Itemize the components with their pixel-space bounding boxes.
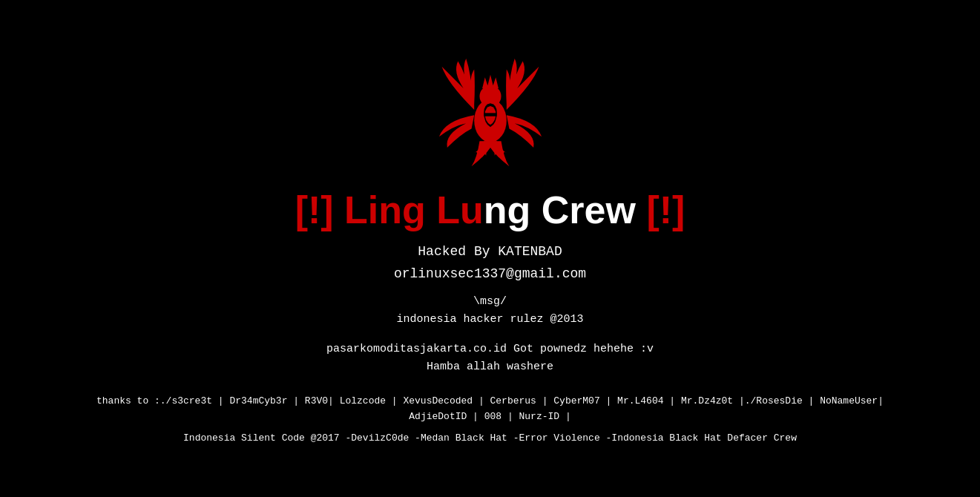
svg-marker-3: [482, 75, 499, 88]
hacked-by-text: Hacked By KATENBAD: [418, 244, 562, 259]
target-line2: Hamba allah washere: [427, 361, 553, 373]
target-line1: pasarkomoditasjakarta.co.id Got pownedz …: [326, 343, 654, 355]
bracket-open: [!]: [295, 188, 334, 231]
email-text: orlinuxsec1337@gmail.com: [394, 266, 586, 281]
title-lu: Lu: [436, 188, 484, 231]
thanks-line: thanks to :./s3cre3t | Dr34mCyb3r | R3V0…: [45, 394, 935, 425]
indonesia-line: Indonesia Silent Code @2017 -DevilzC0de …: [154, 431, 826, 447]
main-title: [!] Ling Lung Crew [!]: [295, 188, 685, 232]
main-container: [!] Ling Lung Crew [!] Hacked By KATENBA…: [45, 50, 935, 446]
title-ng-crew: ng Crew: [484, 188, 636, 231]
title-ling: Ling: [344, 188, 436, 231]
svg-rect-4: [484, 113, 496, 116]
msg-line2: indonesia hacker rulez @2013: [396, 313, 583, 326]
msg-block: \msg/ indonesia hacker rulez @2013: [396, 293, 583, 329]
garuda-logo: [435, 50, 546, 188]
msg-line1: \msg/: [473, 295, 507, 308]
bracket-close: [!]: [646, 188, 685, 231]
target-block: pasarkomoditasjakarta.co.id Got pownedz …: [326, 340, 654, 376]
